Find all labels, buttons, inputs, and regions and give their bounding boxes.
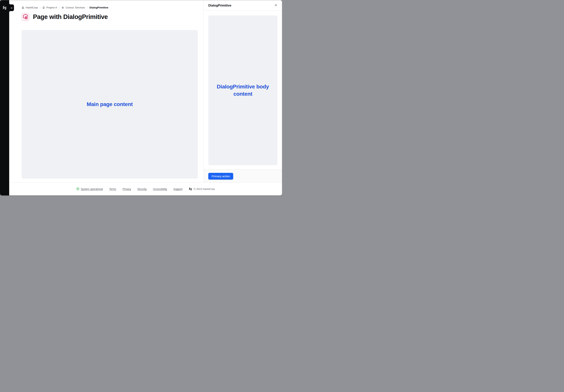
dialog-body-placeholder-text: DialogPrimitive body content: [216, 83, 270, 98]
main-placeholder-area: Main page content: [22, 30, 198, 179]
app-footer: System operational Terms Privacy Securit…: [9, 182, 282, 196]
breadcrumb-separator: /: [59, 6, 60, 9]
breadcrumb-item-project-a[interactable]: Project-A: [42, 6, 57, 9]
footer-link-privacy[interactable]: Privacy: [123, 188, 131, 190]
sidebar-rail: [0, 0, 9, 196]
breadcrumb: HashiCorp / Project-A /: [22, 6, 108, 9]
double-chevron-right-icon: »: [11, 6, 13, 9]
footer-link-terms[interactable]: Terms: [109, 188, 116, 190]
copyright-text: © 2023 HashiCorp: [194, 188, 215, 190]
consul-icon: [62, 6, 64, 9]
breadcrumb-separator: /: [40, 6, 41, 9]
breadcrumb-label: Consul: Services: [66, 6, 85, 9]
dialog-header: DialogPrimitive: [204, 0, 282, 11]
breadcrumb-item-current: DialogPrimitive: [89, 6, 108, 9]
page-title: Page with DialogPrimitive: [33, 13, 108, 20]
breadcrumb-separator: /: [87, 6, 88, 9]
footer-link-accessibility[interactable]: Accessibility: [153, 188, 167, 190]
dialog-title: DialogPrimitive: [208, 4, 274, 7]
breadcrumb-item-hashicorp[interactable]: HashiCorp: [22, 6, 38, 9]
primary-action-button[interactable]: Primary action: [208, 173, 233, 180]
dialog-primitive-panel: DialogPrimitive DialogPrimitive body con…: [203, 0, 282, 182]
breadcrumb-item-consul-services[interactable]: Consul: Services: [62, 6, 85, 9]
page-title-row: Page with DialogPrimitive: [22, 13, 108, 21]
close-icon: [274, 4, 277, 7]
hashicorp-logo-icon: [189, 187, 192, 191]
breadcrumb-label: Project-A: [46, 6, 57, 9]
check-circle-icon: [76, 187, 79, 191]
hashicorp-logo-icon[interactable]: [2, 6, 7, 10]
dialog-body-placeholder-area: DialogPrimitive body content: [208, 15, 277, 165]
sidebar-expand-button[interactable]: »: [9, 4, 14, 11]
org-icon: [22, 6, 24, 9]
footer-link-security[interactable]: Security: [137, 188, 147, 190]
footer-link-support[interactable]: Support: [173, 188, 183, 190]
breadcrumb-label: HashiCorp: [26, 6, 38, 9]
main-content: HashiCorp / Project-A /: [9, 0, 203, 182]
app-window: » HashiCorp /: [0, 0, 282, 196]
dialog-close-button[interactable]: [274, 3, 278, 8]
hexagon-gear-icon: [22, 13, 29, 21]
dialog-footer: Primary action: [204, 169, 282, 182]
main-placeholder-text: Main page content: [87, 101, 133, 108]
file-text-icon: [42, 6, 45, 9]
system-status-link[interactable]: System operational: [76, 187, 103, 191]
footer-copyright: © 2023 HashiCorp: [189, 187, 215, 191]
system-status-label: System operational: [81, 188, 103, 190]
